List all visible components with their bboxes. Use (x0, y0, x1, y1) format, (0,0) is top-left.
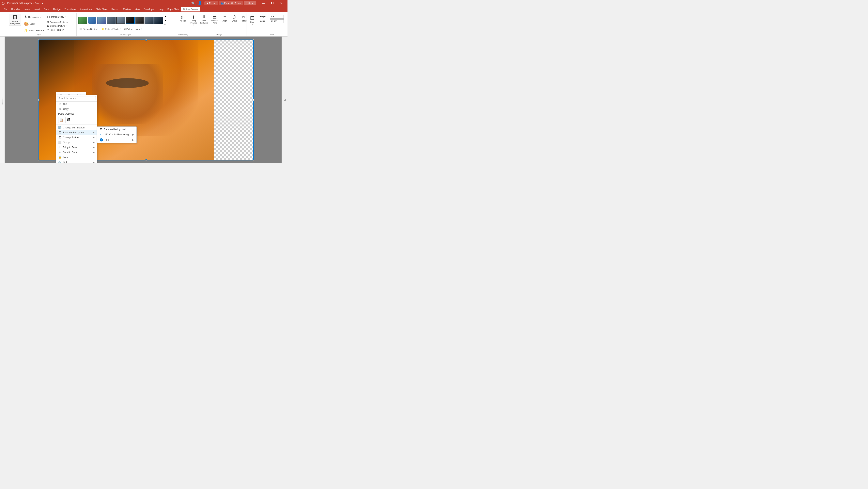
lock-item[interactable]: 🔒 Lock (56, 155, 97, 160)
group-arrow: ▶ (93, 141, 95, 144)
paste-btn-2[interactable]: 🖼 (65, 117, 71, 123)
reset-icon: ↺ (47, 28, 49, 31)
change-brandin-icon: 🔄 (58, 126, 61, 129)
artistic-effects-icon: ✨ (24, 28, 28, 32)
copy-item[interactable]: ⎘ Copy (56, 107, 97, 111)
menu-view[interactable]: View (133, 7, 142, 11)
styles-scroll-up[interactable]: ▲ (164, 15, 167, 18)
group-icon: ⬡ (232, 15, 236, 20)
color-button[interactable]: 🎨 Color ▾ (23, 21, 45, 27)
menu-animations[interactable]: Animations (78, 7, 94, 11)
artistic-effects-button[interactable]: ✨ Artistic Effects ▾ (23, 28, 45, 33)
align-button[interactable]: ≡ Align (220, 14, 229, 23)
menu-home[interactable]: Home (22, 7, 32, 11)
cut-item[interactable]: ✂ Cut (56, 102, 97, 107)
right-panel-handle[interactable]: ◀ (283, 98, 286, 102)
link-arrow: ▶ (93, 161, 95, 163)
link-item[interactable]: 🔗 Link ▶ (56, 160, 97, 163)
menu-picture-format[interactable]: Picture Format (181, 7, 200, 11)
bring-front-icon: ⬆ (58, 146, 61, 149)
sub-remove-bg-label: Remove Background (104, 128, 126, 131)
send-back-label: Send to Back (63, 151, 77, 154)
size-group-label: Size (260, 33, 284, 35)
context-menu-search-input[interactable] (57, 96, 96, 100)
adjust-group-label: Adjust (3, 33, 75, 35)
send-to-back-item[interactable]: ⬇ Send to Back ▶ (56, 150, 97, 155)
reset-picture-button[interactable]: ↺ Reset Picture ▾ (46, 28, 69, 31)
style-thumb-6[interactable] (126, 17, 135, 24)
bring-to-front-item[interactable]: ⬆ Bring to Front ▶ (56, 145, 97, 150)
app-icon: ⬡ (2, 1, 5, 5)
picture-styles-thumbnails (78, 17, 163, 24)
style-thumb-5[interactable] (116, 17, 125, 24)
crop-button[interactable]: ⊡ Crop ▾ (248, 14, 257, 35)
menu-review[interactable]: Review (121, 7, 133, 11)
restore-button[interactable]: ⧠ (268, 0, 277, 6)
sub-remove-bg-item[interactable]: 🖼 Remove Background (97, 127, 136, 132)
user-avatar[interactable]: 👤 (198, 1, 202, 5)
menu-brandin[interactable]: BrandIn (9, 7, 22, 11)
style-thumb-8[interactable] (145, 17, 154, 24)
menu-slideshow[interactable]: Slide Show (94, 7, 110, 11)
close-button[interactable]: ✕ (277, 0, 286, 6)
style-thumb-3[interactable] (97, 17, 106, 24)
sub-help-item[interactable]: ? Help ▶ (97, 137, 136, 143)
style-thumb-7[interactable] (135, 17, 144, 24)
menu-developer[interactable]: Developer (142, 7, 157, 11)
menu-transitions[interactable]: Transitions (63, 7, 78, 11)
styles-expand[interactable]: ⬦ (164, 23, 167, 26)
corrections-button[interactable]: ☀ Corrections ▾ (23, 14, 45, 20)
group-item[interactable]: ⬜ Group ▶ (56, 140, 97, 145)
menu-record[interactable]: Record (110, 7, 121, 11)
send-backward-button[interactable]: ⬇ SendBackward ▾ (199, 14, 209, 27)
arrange-group-label: Arrange (193, 33, 245, 35)
menu-help[interactable]: Help (157, 7, 165, 11)
crop-group-label (248, 35, 256, 35)
change-picture-item[interactable]: 🖼 Change Picture ▶ (56, 135, 97, 140)
menu-draw[interactable]: Draw (42, 7, 51, 11)
selection-pane-button[interactable]: ▤ SelectionPane (210, 14, 220, 25)
paste-header-item: Paste Options: (56, 111, 97, 116)
picture-layout-button[interactable]: ⊞ Picture Layout ▾ (123, 27, 143, 31)
remove-background-button[interactable]: 🖼 RemoveBackground (9, 14, 21, 26)
change-picture-button[interactable]: 🖼 Change Picture ▾ (46, 24, 69, 27)
alt-text-button[interactable]: 🏷 Alt Text (179, 14, 188, 23)
style-thumb-1[interactable] (78, 17, 87, 24)
remove-background-item[interactable]: 🖼 Remove Background ▶ (56, 130, 97, 135)
crop-group: ⊡ Crop ▾ (246, 13, 258, 36)
menu-brightslide[interactable]: BrightSlide (165, 7, 181, 11)
menu-design[interactable]: Design (51, 7, 62, 11)
style-thumb-9[interactable] (154, 17, 163, 24)
styles-scroll-down[interactable]: ▼ (164, 19, 167, 22)
minimize-button[interactable]: — (259, 0, 268, 6)
search-icon[interactable]: 🔍 (191, 1, 195, 5)
style-thumb-2[interactable] (88, 17, 97, 24)
selection-pane-icon: ▤ (213, 15, 217, 20)
menu-insert[interactable]: Insert (32, 7, 42, 11)
picture-effects-button[interactable]: ⭐ Picture Effects ▾ (100, 27, 122, 31)
dropdown-arrow[interactable]: ▼ (42, 2, 44, 4)
paste-btn-1[interactable]: 📋 (58, 117, 64, 123)
group-button[interactable]: ⬡ Group (230, 14, 239, 23)
teams-button[interactable]: 👥 Present in Teams (219, 1, 243, 5)
width-row: Width: (260, 19, 284, 23)
title-bar: ⬡ PreSum24 add-ins.pptx ✓ Saved ▼ 🔍 👤 ⏺ … (0, 0, 287, 6)
style-thumb-4[interactable] (106, 17, 116, 24)
change-picture-menu-icon: 🖼 (58, 136, 61, 139)
slide-area: 🖼 Style ⊡ Crop 💬 NewComment ✂ Cut ⎘ (5, 36, 287, 163)
remove-bg-icon: 🖼 (12, 15, 18, 20)
width-input[interactable] (270, 19, 284, 23)
change-brandin-item[interactable]: 🔄 Change with Brandin (56, 125, 97, 130)
transparency-button[interactable]: ◻ Transparency ▾ (46, 14, 69, 20)
sub-credits-item[interactable]: ✓ 1172 Credits Remaining ▶ (97, 132, 136, 137)
height-input[interactable] (270, 15, 284, 19)
send-back-arrow: ▶ (93, 151, 95, 154)
compress-pictures-button[interactable]: ⊞ Compress Pictures (46, 20, 69, 24)
share-button[interactable]: ⬆ Share (244, 1, 256, 5)
align-icon: ≡ (223, 15, 226, 20)
alt-text-icon: 🏷 (181, 15, 185, 20)
bring-forward-button[interactable]: ⬆ BringForward ▾ (189, 14, 198, 27)
menu-file[interactable]: File (2, 7, 9, 11)
record-button[interactable]: ⏺ Record (204, 1, 218, 5)
picture-border-button[interactable]: ⬜ Picture Border ▾ (78, 27, 99, 31)
